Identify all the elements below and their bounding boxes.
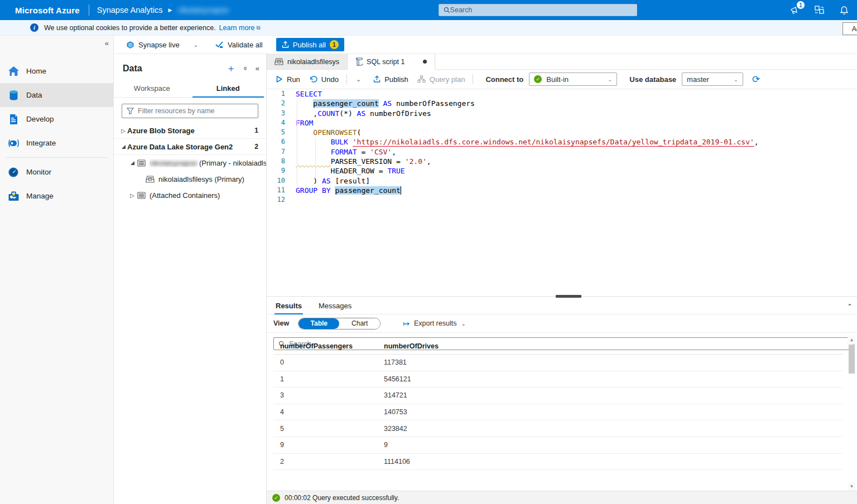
results-view-row: View TableChart ↦ Export results ⌄: [267, 314, 857, 333]
validate-all-button[interactable]: Validate all: [215, 41, 263, 49]
connect-to-dropdown[interactable]: ✓ Built-in ⌄: [529, 72, 617, 86]
accept-cookies-button[interactable]: Accept: [842, 22, 857, 35]
sidebar-item-label: Home: [26, 67, 46, 75]
code-line[interactable]: 10 ) AS [result]: [267, 176, 857, 186]
doc-tab-sql-script-1[interactable]: SQL script 1: [348, 54, 435, 70]
sidebar-item-data[interactable]: Data: [0, 83, 113, 107]
sidebar-item-label: Data: [26, 91, 42, 99]
filter-resources-input[interactable]: [138, 107, 253, 115]
sidebar-item-home[interactable]: Home: [0, 59, 113, 83]
sidebar-item-develop[interactable]: Develop: [0, 107, 113, 131]
code-line[interactable]: 5 OPENROWSET(: [267, 128, 857, 137]
global-search-box[interactable]: [439, 4, 637, 16]
tree-item[interactable]: ▷Azure Blob Storage1: [114, 123, 266, 139]
refresh-databases-icon[interactable]: ⟳: [752, 74, 760, 85]
tree-item[interactable]: ▷(Attached Containers): [114, 187, 266, 203]
collapse-results-chevron-icon[interactable]: ⌃: [847, 303, 853, 311]
synapse-live-dropdown[interactable]: Synapse live ⌄: [126, 41, 198, 49]
query-plan-label: Query plan: [430, 75, 465, 84]
results-tab-results[interactable]: Results: [275, 302, 303, 314]
column-header[interactable]: numberOfDrives: [384, 342, 842, 350]
tree-item-count: 2: [254, 143, 258, 151]
query-plan-button[interactable]: Query plan: [417, 75, 465, 84]
manage-icon: [7, 190, 20, 202]
sidebar-item-integrate[interactable]: Integrate: [0, 131, 113, 155]
code-line[interactable]: 9 HEADER_ROW = TRUE: [267, 166, 857, 176]
code-line[interactable]: 7 FORMAT = 'CSV',: [267, 147, 857, 157]
filter-resources-box[interactable]: [122, 104, 258, 118]
topbar-divider: [89, 4, 89, 16]
undo-button[interactable]: Undo: [309, 75, 339, 84]
whats-new-icon[interactable]: 1: [789, 4, 801, 16]
collapse-all-icon[interactable]: »: [242, 66, 250, 70]
view-option-chart[interactable]: Chart: [339, 318, 380, 329]
run-button[interactable]: Run: [276, 75, 300, 84]
learn-more-link[interactable]: Learn more: [219, 24, 255, 32]
sidebar-item-monitor[interactable]: Monitor: [0, 160, 113, 184]
tree-item[interactable]: nikolaiadlsfilesys (Primary): [114, 171, 266, 187]
breadcrumb-product[interactable]: Synapse Analytics: [97, 6, 163, 14]
add-resource-icon[interactable]: ＋: [227, 62, 236, 75]
table-row[interactable]: 0117381: [273, 355, 842, 371]
results-tab-messages[interactable]: Messages: [317, 302, 353, 314]
undo-icon: [309, 75, 317, 83]
collapse-panel-icon[interactable]: «: [256, 64, 259, 72]
global-search-input[interactable]: [450, 6, 632, 14]
explorer-tab-workspace[interactable]: Workspace: [114, 80, 190, 97]
table-row[interactable]: 21114106: [273, 454, 842, 471]
sidebar-item-label: Develop: [26, 115, 54, 123]
undo-label: Undo: [321, 75, 339, 84]
table-row[interactable]: 99: [273, 437, 842, 454]
results-scrollbar[interactable]: ▲ ▼: [848, 336, 856, 491]
scroll-up-icon[interactable]: ▲: [848, 336, 856, 344]
line-number: 2: [267, 99, 296, 108]
code-line[interactable]: 3 ,COUNT(*) AS numberOfDrives: [267, 109, 857, 118]
table-row[interactable]: 4140753: [273, 404, 842, 421]
query-plan-icon: [417, 75, 426, 83]
switch-workspace-icon[interactable]: [813, 4, 826, 16]
chevron-collapsed-icon[interactable]: ▷: [119, 128, 127, 134]
breadcrumb-workspace-redacted[interactable]: nikolaisynapse: [177, 6, 229, 14]
scroll-down-icon[interactable]: ▼: [848, 482, 856, 491]
scrollbar-thumb[interactable]: [849, 345, 855, 374]
table-row[interactable]: 15456121: [273, 371, 842, 388]
table-header-row: numberOfPassengersnumberOfDrives: [273, 338, 842, 355]
filesystem-icon: [145, 176, 155, 183]
sidebar-item-manage[interactable]: Manage: [0, 184, 113, 208]
table-row[interactable]: 3314721: [273, 387, 842, 404]
chevron-collapsed-icon[interactable]: ▷: [128, 192, 136, 198]
tree-item[interactable]: Azure Data Lake Storage Gen22: [114, 139, 266, 155]
sql-code-editor[interactable]: 1SELECT2 passenger_count AS numberOfPass…: [267, 89, 857, 294]
table-row[interactable]: 5323842: [273, 420, 842, 437]
column-header[interactable]: numberOfPassengers: [273, 342, 384, 350]
results-table: numberOfPassengersnumberOfDrives01173811…: [273, 338, 842, 491]
more-actions-chevron-icon[interactable]: ⌄: [356, 76, 361, 83]
whats-new-badge: 1: [797, 1, 805, 9]
panel-splitter[interactable]: [267, 294, 857, 299]
data-icon: [7, 89, 20, 101]
explorer-tab-linked[interactable]: Linked: [190, 80, 267, 97]
explorer-title: Data: [123, 64, 219, 74]
use-database-dropdown[interactable]: master ⌄: [682, 72, 743, 86]
code-line[interactable]: 12: [267, 195, 857, 205]
doc-tab-nikolaiadlsfilesys[interactable]: nikolaiadlsfilesys: [267, 54, 348, 69]
publish-all-label: Publish all: [293, 41, 326, 49]
code-line[interactable]: 8 PARSER_VERSION = '2.0',: [267, 157, 857, 166]
publish-button[interactable]: Publish: [373, 75, 408, 84]
code-line[interactable]: 11GROUP BY passenger_count: [267, 186, 857, 195]
code-line[interactable]: 4FROM: [267, 118, 857, 128]
code-line[interactable]: 6 BULK 'https://nikolaiadls.dfs.core.win…: [267, 137, 857, 147]
sidebar-collapse-icon[interactable]: «: [105, 39, 109, 47]
tree-item[interactable]: nikolaisynapse (Primary - nikolaiadls): [114, 155, 266, 171]
tree-item-label: Azure Data Lake Storage Gen2: [127, 143, 254, 151]
code-line[interactable]: 1SELECT: [267, 89, 857, 99]
publish-all-button[interactable]: Publish all 1: [276, 38, 344, 51]
splitter-grip[interactable]: [556, 295, 581, 298]
view-option-table[interactable]: Table: [298, 318, 339, 329]
code-line[interactable]: 2 passenger_count AS numberOfPassengers: [267, 99, 857, 108]
notifications-bell-icon[interactable]: [838, 4, 850, 16]
chevron-expanded-icon[interactable]: [128, 161, 136, 166]
chevron-expanded-icon[interactable]: [119, 144, 127, 149]
export-results-button[interactable]: ↦ Export results ⌄: [403, 319, 466, 328]
azure-brand[interactable]: Microsoft Azure: [15, 6, 80, 15]
